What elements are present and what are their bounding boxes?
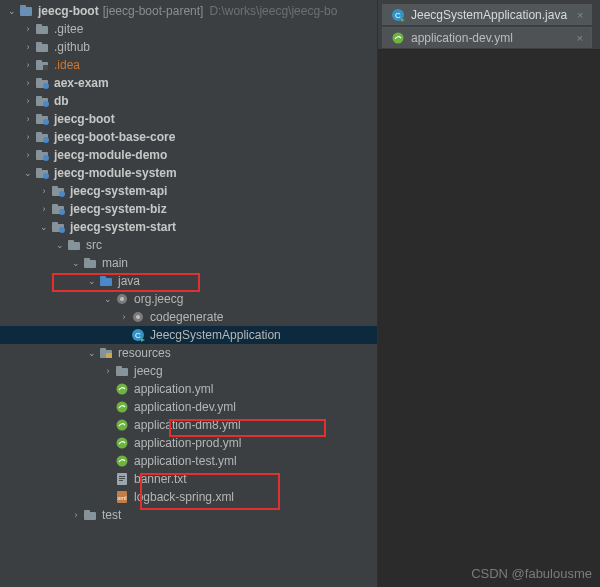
tree-row-logback-spring-xml[interactable]: ›xmllogback-spring.xml bbox=[0, 488, 377, 506]
svg-point-58 bbox=[117, 456, 128, 467]
chevron-right-icon[interactable]: › bbox=[22, 128, 34, 146]
svg-rect-16 bbox=[36, 114, 42, 117]
tree-label: application-dm8.yml bbox=[134, 416, 241, 434]
tree-row-application-prod-yml[interactable]: ›application-prod.yml bbox=[0, 434, 377, 452]
tree-row-jeecg-module-system[interactable]: ⌄jeecg-module-system bbox=[0, 164, 377, 182]
tree-row-java[interactable]: ⌄java bbox=[0, 272, 377, 290]
tree-row-jeecg-module-demo[interactable]: ›jeecg-module-demo bbox=[0, 146, 377, 164]
tree-row-test[interactable]: ›test bbox=[0, 506, 377, 524]
tree-row-application-yml[interactable]: ›application.yml bbox=[0, 380, 377, 398]
tree-row--gitee[interactable]: ›.gitee bbox=[0, 20, 377, 38]
svg-point-70 bbox=[393, 33, 404, 44]
chevron-down-icon[interactable]: ⌄ bbox=[86, 344, 98, 362]
chevron-right-icon[interactable]: › bbox=[22, 146, 34, 164]
tree-row-application-dev-yml[interactable]: ›application-dev.yml bbox=[0, 398, 377, 416]
tab-label: JeecgSystemApplication.java bbox=[411, 8, 567, 22]
svg-rect-4 bbox=[36, 44, 48, 52]
svg-rect-8 bbox=[43, 65, 48, 70]
tree-label: jeecg-module-demo bbox=[54, 146, 167, 164]
chevron-right-icon[interactable]: › bbox=[102, 362, 114, 380]
spring-icon bbox=[114, 399, 130, 415]
svg-point-43 bbox=[120, 297, 124, 301]
tree-row-jeecg[interactable]: ›jeecg bbox=[0, 362, 377, 380]
tree-label: application-dev.yml bbox=[134, 398, 236, 416]
tree-row-jeecg-boot[interactable]: ⌄jeecg-boot[jeecg-boot-parent]D:\works\j… bbox=[0, 2, 377, 20]
svg-point-57 bbox=[117, 438, 128, 449]
svg-rect-36 bbox=[68, 242, 80, 250]
chevron-right-icon[interactable]: › bbox=[22, 56, 34, 74]
folder-icon bbox=[114, 363, 130, 379]
chevron-right-icon[interactable]: › bbox=[22, 20, 34, 38]
svg-rect-5 bbox=[36, 42, 42, 45]
project-tree[interactable]: ⌄jeecg-boot[jeecg-boot-parent]D:\works\j… bbox=[0, 0, 377, 524]
tree-label: aex-exam bbox=[54, 74, 109, 92]
chevron-right-icon[interactable]: › bbox=[22, 38, 34, 56]
tree-label: resources bbox=[118, 344, 171, 362]
tree-row-banner-txt[interactable]: ›banner.txt bbox=[0, 470, 377, 488]
project-root-path: D:\works\jeecg\jeecg-bo bbox=[209, 2, 337, 20]
tree-row-org-jeecg[interactable]: ⌄org.jeecg bbox=[0, 290, 377, 308]
chevron-right-icon[interactable]: › bbox=[38, 200, 50, 218]
folder-icon bbox=[34, 21, 50, 37]
svg-rect-66 bbox=[84, 510, 90, 513]
editor-tab-bar: CJeecgSystemApplication.java×application… bbox=[378, 0, 600, 50]
tree-label: jeecg-system-api bbox=[70, 182, 167, 200]
close-icon[interactable]: × bbox=[567, 32, 583, 44]
chevron-right-icon[interactable]: › bbox=[38, 182, 50, 200]
xml-icon: xml bbox=[114, 489, 130, 505]
class-run-icon: C bbox=[130, 327, 146, 343]
svg-rect-28 bbox=[52, 186, 58, 189]
chevron-down-icon[interactable]: ⌄ bbox=[38, 218, 50, 236]
svg-rect-60 bbox=[119, 476, 125, 477]
tree-row-application-test-yml[interactable]: ›application-test.yml bbox=[0, 452, 377, 470]
chevron-down-icon[interactable]: ⌄ bbox=[6, 2, 18, 20]
folder-icon bbox=[82, 255, 98, 271]
module-icon bbox=[34, 93, 50, 109]
tree-label: jeecg bbox=[134, 362, 163, 380]
chevron-right-icon[interactable]: › bbox=[22, 92, 34, 110]
svg-point-35 bbox=[59, 227, 65, 233]
tree-label: java bbox=[118, 272, 140, 290]
tree-row-codegenerate[interactable]: ›codegenerate bbox=[0, 308, 377, 326]
tree-row-main[interactable]: ⌄main bbox=[0, 254, 377, 272]
svg-point-56 bbox=[117, 420, 128, 431]
chevron-down-icon[interactable]: ⌄ bbox=[102, 290, 114, 308]
svg-rect-40 bbox=[100, 278, 112, 286]
tree-row-jeecg-boot-base-core[interactable]: ›jeecg-boot-base-core bbox=[0, 128, 377, 146]
tree-row-application-dm8-yml[interactable]: ›application-dm8.yml bbox=[0, 416, 377, 434]
tree-label: logback-spring.xml bbox=[134, 488, 234, 506]
svg-point-32 bbox=[59, 209, 65, 215]
chevron-right-icon[interactable]: › bbox=[22, 74, 34, 92]
spring-icon bbox=[114, 435, 130, 451]
module-icon bbox=[34, 129, 50, 145]
svg-rect-25 bbox=[36, 168, 42, 171]
tree-row--idea[interactable]: ›.idea bbox=[0, 56, 377, 74]
svg-rect-2 bbox=[36, 26, 48, 34]
tree-row-jeecgsystemapplication[interactable]: ›CJeecgSystemApplication bbox=[0, 326, 377, 344]
chevron-down-icon[interactable]: ⌄ bbox=[86, 272, 98, 290]
editor-tab[interactable]: CJeecgSystemApplication.java× bbox=[382, 4, 592, 25]
package-icon bbox=[130, 309, 146, 325]
chevron-down-icon[interactable]: ⌄ bbox=[22, 164, 34, 182]
tree-row-db[interactable]: ›db bbox=[0, 92, 377, 110]
module-icon bbox=[50, 183, 66, 199]
tree-row-aex-exam[interactable]: ›aex-exam bbox=[0, 74, 377, 92]
close-icon[interactable]: × bbox=[567, 9, 583, 21]
tree-row-jeecg-system-biz[interactable]: ›jeecg-system-biz bbox=[0, 200, 377, 218]
chevron-down-icon[interactable]: ⌄ bbox=[70, 254, 82, 272]
chevron-down-icon[interactable]: ⌄ bbox=[54, 236, 66, 254]
tree-label: application.yml bbox=[134, 380, 213, 398]
tree-row-src[interactable]: ⌄src bbox=[0, 236, 377, 254]
svg-rect-62 bbox=[119, 480, 123, 481]
chevron-right-icon[interactable]: › bbox=[22, 110, 34, 128]
svg-text:C: C bbox=[395, 11, 401, 20]
tree-row-resources[interactable]: ⌄resources bbox=[0, 344, 377, 362]
chevron-right-icon[interactable]: › bbox=[70, 506, 82, 524]
tree-row-jeecg-boot[interactable]: ›jeecg-boot bbox=[0, 110, 377, 128]
tree-row-jeecg-system-start[interactable]: ⌄jeecg-system-start bbox=[0, 218, 377, 236]
tree-row-jeecg-system-api[interactable]: ›jeecg-system-api bbox=[0, 182, 377, 200]
chevron-right-icon[interactable]: › bbox=[118, 308, 130, 326]
svg-point-29 bbox=[59, 191, 65, 197]
tree-row--github[interactable]: ›.github bbox=[0, 38, 377, 56]
editor-tab[interactable]: application-dev.yml× bbox=[382, 27, 592, 48]
